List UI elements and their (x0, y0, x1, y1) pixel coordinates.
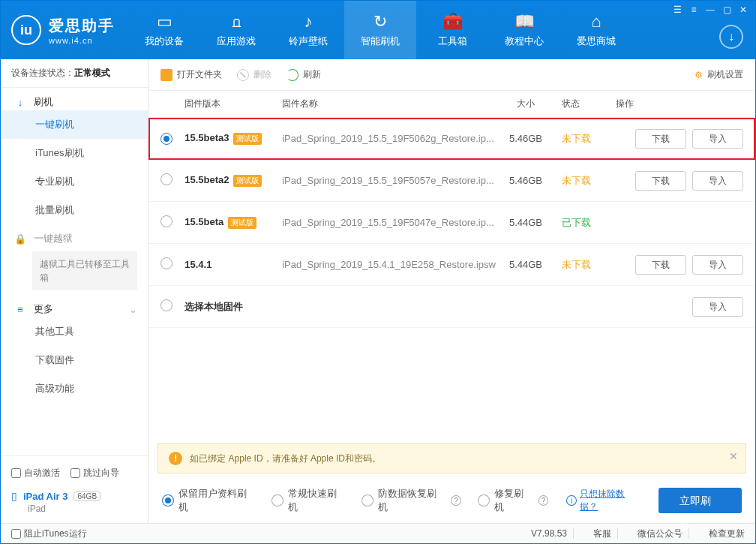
refresh-icon (286, 69, 298, 81)
close-button[interactable]: ✕ (736, 4, 751, 16)
menu-icon[interactable]: ☰ (670, 4, 685, 16)
side-item-itunes[interactable]: iTunes刷机 (1, 139, 148, 167)
flash-option-anti-rec[interactable]: 防数据恢复刷机? (362, 487, 461, 514)
firmware-version: 15.4.1 (184, 259, 212, 270)
import-button[interactable]: 导入 (692, 297, 743, 317)
firmware-size: 5.44GB (509, 259, 542, 270)
import-button[interactable]: 导入 (692, 255, 743, 275)
side-item-one-key[interactable]: 一键刷机 (1, 110, 148, 139)
top-nav: ▭我的设备⩍应用游戏♪铃声壁纸↻智能刷机🧰工具箱📖教程中心⌂爱思商城 (128, 1, 632, 59)
select-radio[interactable] (160, 173, 172, 185)
firmware-row[interactable]: 15.5beta测试版iPad_Spring_2019_15.5_19F5047… (148, 202, 755, 244)
firmware-row[interactable]: 15.5beta2测试版iPad_Spring_2019_15.5_19F505… (148, 160, 755, 202)
firmware-row[interactable]: 15.5beta3测试版iPad_Spring_2019_15.5_19F506… (148, 118, 755, 160)
topnav-apps[interactable]: ⩍应用游戏 (200, 1, 272, 59)
select-radio[interactable] (160, 257, 172, 269)
topnav-toolbox[interactable]: 🧰工具箱 (416, 1, 488, 59)
firmware-status: 未下载 (562, 133, 591, 144)
help-icon[interactable]: ? (451, 495, 461, 506)
skip-guide-checkbox[interactable]: 跳过向导 (70, 467, 119, 479)
connection-status: 设备连接状态：正常模式 (1, 59, 148, 88)
device-icon: ▭ (157, 12, 172, 32)
flash-option-repair[interactable]: 修复刷机? (478, 487, 548, 514)
help-icon[interactable]: i (566, 495, 577, 506)
download-button[interactable]: 下载 (635, 129, 686, 149)
select-radio[interactable] (160, 215, 172, 227)
device-panel: 自动激活 跳过向导 ▯ iPad Air 3 64GB iPad (1, 455, 148, 523)
toolbar: 打开文件夹 删除 刷新 ⚙ 刷机设置 (148, 59, 755, 91)
ring-icon: ♪ (304, 12, 313, 32)
refresh-button[interactable]: 刷新 (286, 68, 321, 81)
select-radio[interactable] (160, 299, 172, 311)
jailbreak-icon: 🔒 (14, 233, 26, 245)
download-button[interactable]: 下载 (635, 255, 686, 275)
firmware-version: 15.5beta2 (184, 174, 229, 185)
firmware-filename: iPad_Spring_2019_15.4.1_19E258_Restore.i… (282, 259, 496, 270)
import-button[interactable]: 导入 (692, 129, 743, 149)
window-controls: ☰ ≡ — ▢ ✕ (670, 4, 751, 16)
topnav-flash[interactable]: ↻智能刷机 (344, 1, 416, 59)
flash-option-normal[interactable]: 常规快速刷机 (272, 487, 345, 514)
topnav-store[interactable]: ⌂爱思商城 (560, 1, 632, 59)
wechat-link[interactable]: 微信公众号 (638, 527, 682, 540)
radio-icon (478, 494, 490, 506)
firmware-filename: iPad_Spring_2019_15.5_19F5062g_Restore.i… (282, 133, 494, 144)
side-item-batch[interactable]: 批量刷机 (1, 196, 148, 224)
help-icon[interactable]: ? (538, 495, 549, 506)
beta-badge: 测试版 (228, 217, 256, 229)
toolbox-icon: 🧰 (442, 12, 463, 32)
firmware-row[interactable]: 选择本地固件导入 (148, 286, 755, 328)
maximize-button[interactable]: ▢ (719, 4, 734, 16)
side-group-flash[interactable]: ↓刷机 (1, 88, 148, 110)
main-panel: 打开文件夹 删除 刷新 ⚙ 刷机设置 固件版本 固件名称 大小 状态 操作 15… (148, 59, 755, 523)
chevron-down-icon: ⌄ (129, 304, 137, 315)
downloads-icon[interactable]: ↓ (719, 25, 743, 49)
erase-only-link[interactable]: 只想抹除数据？ (580, 488, 642, 513)
topnav-device[interactable]: ▭我的设备 (128, 1, 200, 59)
apple-id-notice: ! 如已绑定 Apple ID，请准备好 Apple ID和密码。 ✕ (158, 443, 746, 473)
device-capacity: 64GB (74, 491, 100, 501)
side-group-more[interactable]: ≡更多⌄ (1, 295, 148, 317)
firmware-list: 15.5beta3测试版iPad_Spring_2019_15.5_19F506… (148, 118, 755, 328)
firmware-size: 5.44GB (509, 217, 542, 228)
list-icon[interactable]: ≡ (686, 4, 701, 16)
table-header: 固件版本 固件名称 大小 状态 操作 (148, 91, 755, 118)
firmware-filename: iPad_Spring_2019_15.5_19F5057e_Restore.i… (282, 175, 494, 186)
auto-activate-checkbox[interactable]: 自动激活 (11, 467, 60, 479)
side-group-jailbreak[interactable]: 🔒一键越狱 (1, 224, 148, 247)
radio-icon (362, 494, 374, 506)
conn-status-label: 设备连接状态： (11, 68, 74, 78)
select-radio[interactable] (160, 133, 172, 145)
flash-now-button[interactable]: 立即刷机 (658, 488, 742, 513)
side-item-pro[interactable]: 专业刷机 (1, 167, 148, 196)
side-item-advanced[interactable]: 高级功能 (1, 374, 148, 403)
device-name[interactable]: iPad Air 3 (23, 491, 68, 502)
minimize-button[interactable]: — (703, 4, 718, 16)
import-button[interactable]: 导入 (692, 171, 743, 191)
download-button[interactable]: 下载 (635, 171, 686, 191)
beta-badge: 测试版 (233, 133, 262, 145)
check-update-link[interactable]: 检查更新 (709, 527, 745, 540)
flash-option-keep-data[interactable]: 保留用户资料刷机 (162, 487, 255, 514)
conn-status-value: 正常模式 (74, 68, 110, 78)
device-icon: ▯ (11, 490, 17, 502)
notice-close-icon[interactable]: ✕ (729, 450, 738, 462)
firmware-row[interactable]: 15.4.1iPad_Spring_2019_15.4.1_19E258_Res… (148, 244, 755, 286)
delete-button[interactable]: 删除 (237, 68, 272, 81)
side-item-dl-fw[interactable]: 下载固件 (1, 346, 148, 374)
warning-icon: ! (169, 452, 182, 465)
side-note-jailbreak: 越狱工具已转移至工具箱 (32, 251, 137, 290)
block-itunes-checkbox[interactable]: 阻止iTunes运行 (11, 527, 87, 540)
folder-icon (160, 69, 172, 81)
tutorial-icon: 📖 (514, 12, 535, 32)
topnav-tutorial[interactable]: 📖教程中心 (488, 1, 560, 59)
firmware-status: 未下载 (562, 259, 591, 270)
firmware-filename: iPad_Spring_2019_15.5_19F5047e_Restore.i… (282, 217, 494, 228)
logo-badge-icon: iu (11, 15, 41, 45)
flash-settings-button[interactable]: ⚙ 刷机设置 (694, 68, 743, 81)
logo: iu 爱思助手 www.i4.cn (1, 15, 128, 45)
open-folder-button[interactable]: 打开文件夹 (160, 68, 222, 81)
side-item-other-tools[interactable]: 其他工具 (1, 317, 148, 346)
support-link[interactable]: 客服 (593, 527, 611, 540)
topnav-ring[interactable]: ♪铃声壁纸 (272, 1, 344, 59)
